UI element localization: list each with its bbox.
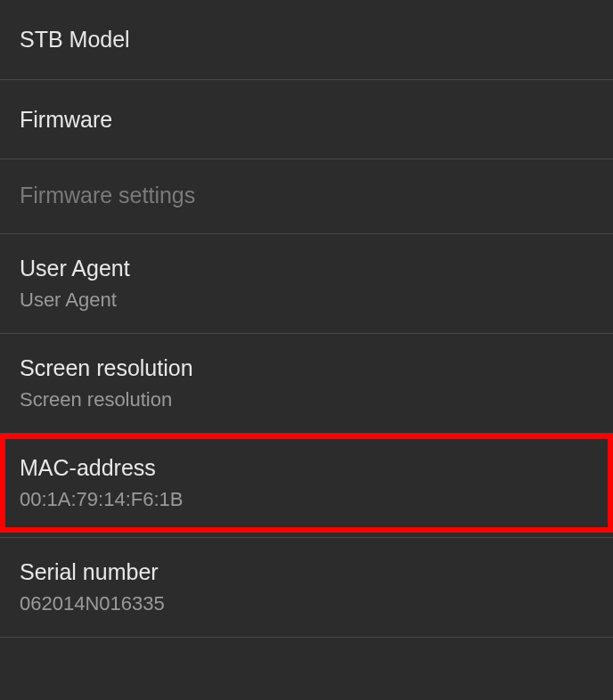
- setting-title: STB Model: [20, 25, 593, 54]
- setting-firmware[interactable]: Firmware: [0, 80, 613, 160]
- highlight-box: MAC-address 00:1A:79:14:F6:1B: [0, 434, 613, 533]
- setting-value: 00:1A:79:14:F6:1B: [20, 487, 593, 513]
- setting-title: Firmware settings: [20, 181, 593, 210]
- setting-serial-number[interactable]: Serial number 062014N016335: [0, 538, 613, 638]
- setting-firmware-settings: Firmware settings: [0, 159, 613, 234]
- setting-mac-address[interactable]: MAC-address 00:1A:79:14:F6:1B: [5, 439, 608, 527]
- setting-stb-model[interactable]: STB Model: [0, 0, 613, 80]
- setting-screen-resolution[interactable]: Screen resolution Screen resolution: [0, 334, 613, 434]
- setting-title: User Agent: [20, 254, 593, 283]
- setting-title: Screen resolution: [20, 354, 593, 383]
- setting-title: MAC-address: [20, 453, 593, 483]
- setting-title: Serial number: [20, 558, 593, 587]
- setting-user-agent[interactable]: User Agent User Agent: [0, 234, 613, 334]
- settings-list: STB Model Firmware Firmware settings Use…: [0, 0, 613, 638]
- setting-value: Screen resolution: [20, 387, 593, 413]
- setting-value: User Agent: [20, 288, 593, 313]
- setting-title: Firmware: [20, 105, 593, 134]
- setting-value: 062014N016335: [20, 591, 593, 617]
